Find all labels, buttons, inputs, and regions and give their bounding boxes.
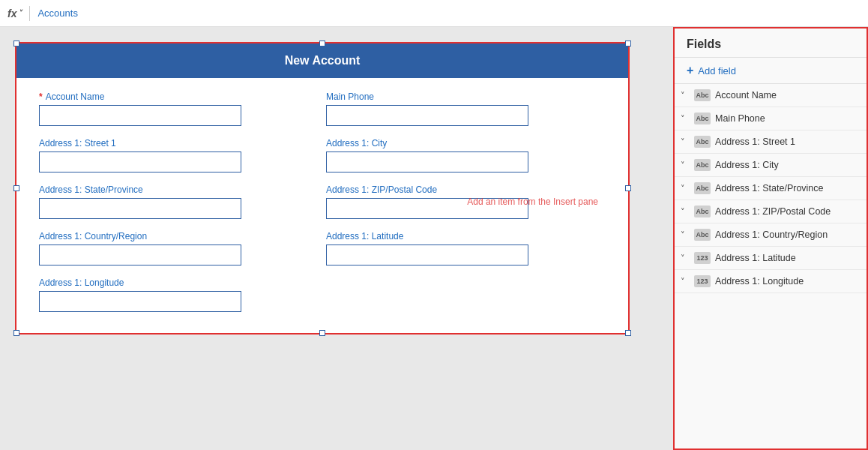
input-address-latitude[interactable]	[326, 244, 528, 266]
field-main-phone: Main Phone	[326, 86, 613, 132]
field-item-label: Main Phone	[715, 113, 765, 124]
input-account-name[interactable]	[39, 105, 241, 126]
topbar-separator	[29, 6, 30, 21]
field-item-label: Address 1: Latitude	[715, 253, 796, 263]
field-item-label: Address 1: City	[715, 160, 779, 170]
type-badge-abc: Abc	[694, 182, 711, 194]
chevron-icon: ˅	[681, 137, 690, 147]
form-container: New Account * Account Name	[15, 42, 630, 334]
type-badge-abc: Abc	[694, 206, 711, 218]
form-header: New Account	[16, 44, 628, 78]
field-item-label: Account Name	[715, 90, 777, 100]
field-account-name: * Account Name	[39, 86, 326, 132]
field-item-label: Address 1: Street 1	[715, 136, 795, 147]
main-layout: New Account * Account Name	[0, 27, 868, 450]
field-address-zip: Address 1: ZIP/Postal Code Add an item f…	[326, 178, 613, 225]
canvas-area: New Account * Account Name	[0, 27, 673, 450]
field-item-address-state[interactable]: ˅ Abc Address 1: State/Province	[675, 177, 867, 200]
field-label-address-zip: Address 1: ZIP/Postal Code	[326, 184, 606, 195]
field-item-label: Address 1: ZIP/Postal Code	[715, 206, 831, 217]
field-address-state: Address 1: State/Province	[39, 178, 326, 225]
form-body: * Account Name Main Phone	[16, 78, 628, 333]
input-address-city[interactable]	[326, 152, 528, 172]
plus-icon: +	[687, 64, 693, 77]
chevron-icon: ˅	[681, 230, 690, 240]
field-item-address-latitude[interactable]: ˅ 123 Address 1: Latitude	[675, 247, 867, 270]
form-grid: * Account Name Main Phone	[39, 86, 613, 318]
chevron-icon: ˅	[681, 160, 690, 170]
input-address-street[interactable]	[39, 152, 241, 172]
handle-top-center[interactable]	[319, 40, 325, 46]
chevron-icon: ˅	[681, 114, 690, 124]
type-badge-abc: Abc	[694, 159, 711, 171]
fx-label: fx	[7, 8, 16, 20]
type-badge-abc: Abc	[694, 136, 711, 148]
type-badge-abc: Abc	[694, 112, 711, 124]
chevron-icon: ˅	[681, 184, 690, 194]
type-badge-abc: Abc	[694, 229, 711, 241]
handle-top-left[interactable]	[13, 40, 19, 46]
field-label-address-longitude: Address 1: Longitude	[39, 278, 319, 288]
field-address-latitude: Address 1: Latitude	[326, 225, 613, 272]
handle-top-right[interactable]	[625, 40, 631, 46]
field-item-address-country[interactable]: ˅ Abc Address 1: Country/Region	[675, 224, 867, 247]
topbar: fx ˅ Accounts	[0, 0, 868, 27]
chevron-icon: ˅	[681, 254, 690, 263]
field-item-main-phone[interactable]: ˅ Abc Main Phone	[675, 107, 867, 130]
field-address-street: Address 1: Street 1	[39, 132, 326, 178]
chevron-icon: ˅	[681, 91, 690, 100]
form-title: New Account	[285, 54, 361, 67]
field-address-longitude: Address 1: Longitude	[39, 272, 326, 318]
field-label-address-state: Address 1: State/Province	[39, 184, 319, 195]
chevron-icon: ˅	[681, 207, 690, 217]
field-item-address-street[interactable]: ˅ Abc Address 1: Street 1	[675, 130, 867, 154]
field-item-label: Address 1: Country/Region	[715, 230, 828, 240]
type-badge-num: 123	[694, 252, 711, 264]
panel-title: Fields	[675, 28, 867, 58]
field-address-country: Address 1: Country/Region	[39, 225, 326, 272]
type-badge-abc: Abc	[694, 89, 711, 101]
field-label-account-name: * Account Name	[39, 92, 319, 102]
input-address-country[interactable]	[39, 244, 241, 266]
chevron-icon: ˅	[681, 277, 690, 286]
required-star: *	[39, 92, 43, 102]
field-item-address-city[interactable]: ˅ Abc Address 1: City	[675, 154, 867, 177]
add-field-label: Add field	[698, 65, 736, 76]
field-item-label: Address 1: Longitude	[715, 276, 804, 286]
insert-hint: Add an item from the Insert pane	[467, 196, 598, 207]
type-badge-num: 123	[694, 275, 711, 287]
field-label-address-street: Address 1: Street 1	[39, 138, 319, 148]
field-label-address-city: Address 1: City	[326, 138, 606, 148]
field-label-address-latitude: Address 1: Latitude	[326, 231, 606, 242]
fx-icon: fx ˅	[7, 8, 22, 20]
add-field-button[interactable]: + Add field	[675, 58, 867, 84]
fields-panel: Fields + Add field ˅ Abc Account Name ˅ …	[673, 27, 868, 450]
input-address-longitude[interactable]	[39, 291, 241, 312]
field-item-address-zip[interactable]: ˅ Abc Address 1: ZIP/Postal Code	[675, 200, 867, 224]
input-address-state[interactable]	[39, 198, 241, 219]
field-item-account-name[interactable]: ˅ Abc Account Name	[675, 84, 867, 107]
input-main-phone[interactable]	[326, 105, 528, 126]
breadcrumb[interactable]: Accounts	[37, 8, 77, 19]
field-item-label: Address 1: State/Province	[715, 183, 824, 194]
field-address-city: Address 1: City	[326, 132, 613, 178]
field-item-address-longitude[interactable]: ˅ 123 Address 1: Longitude	[675, 270, 867, 293]
fx-chevron-icon: ˅	[18, 9, 22, 17]
field-label-main-phone: Main Phone	[326, 92, 606, 102]
field-label-address-country: Address 1: Country/Region	[39, 231, 319, 242]
